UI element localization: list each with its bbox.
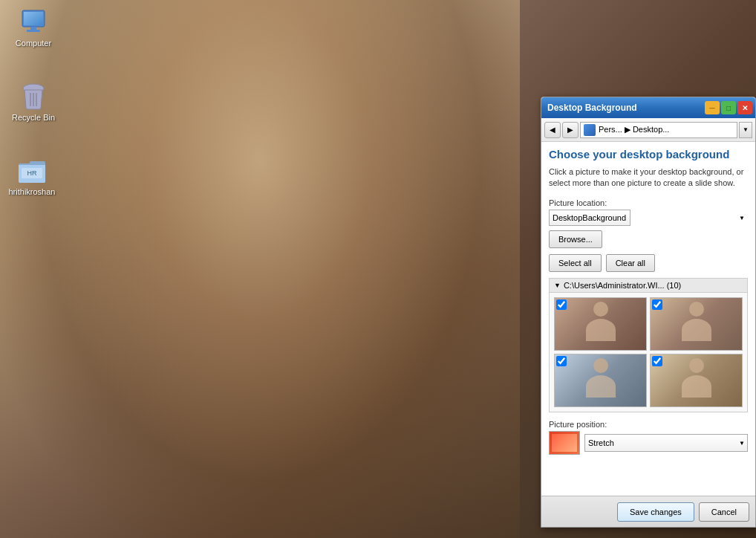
select-clear-row: Select all Clear all xyxy=(549,254,748,272)
desktop: Computer Recycle Bin HR hrithikroshan xyxy=(0,0,756,538)
folder-icon: HR xyxy=(17,156,47,186)
save-changes-button[interactable]: Save changes xyxy=(617,502,694,522)
computer-label: Computer xyxy=(16,39,51,48)
title-buttons: ─ □ ✕ xyxy=(705,101,752,114)
svg-rect-4 xyxy=(27,30,40,32)
desktop-background-dialog: Desktop Background ─ □ ✕ ◀ ▶ Pers... ▶ D… xyxy=(541,97,756,528)
thumbnail-4-checkbox[interactable] xyxy=(652,356,662,366)
folder-arrow: ▼ xyxy=(554,282,561,289)
nav-bar: ◀ ▶ Pers... ▶ Desktop... ▼ xyxy=(541,118,755,142)
thumbnail-1-checkbox[interactable] xyxy=(556,299,567,310)
svg-rect-3 xyxy=(30,27,36,30)
title-bar: Desktop Background ─ □ ✕ xyxy=(541,97,755,118)
thumbnail-2-checkbox[interactable] xyxy=(652,299,662,310)
computer-icon xyxy=(19,7,48,37)
desktop-icon-recycle[interactable]: Recycle Bin xyxy=(7,82,59,122)
thumbnail-3-checkbox[interactable] xyxy=(556,356,567,366)
browse-button[interactable]: Browse... xyxy=(549,230,602,248)
nav-path-text: Pers... ▶ Desktop... xyxy=(599,125,669,134)
thumbnail-3[interactable] xyxy=(554,354,647,407)
recycle-bin-icon xyxy=(19,82,48,111)
thumbnail-1-image xyxy=(555,298,646,350)
desktop-icon-computer[interactable]: Computer xyxy=(7,7,59,48)
nav-path: Pers... ▶ Desktop... xyxy=(580,122,737,138)
desktop-icon-hrithik[interactable]: HR hrithikroshan xyxy=(6,156,58,196)
wallpaper-overlay xyxy=(0,0,520,538)
thumbnail-2[interactable] xyxy=(650,297,743,351)
select-all-button[interactable]: Select all xyxy=(549,254,602,272)
clear-all-button[interactable]: Clear all xyxy=(606,254,655,272)
picture-location-label: Picture location: xyxy=(549,198,748,207)
minimize-button[interactable]: ─ xyxy=(705,101,720,114)
thumbnail-4[interactable] xyxy=(650,354,743,407)
folder-header: ▼ C:\Users\Administrator.WI... (10) xyxy=(550,279,747,293)
picture-location-wrapper: DesktopBackground xyxy=(549,210,748,226)
title-bar-text: Desktop Background xyxy=(547,103,637,113)
thumbnail-1[interactable] xyxy=(554,297,647,351)
position-select-wrapper: Stretch Fill Fit Tile Center xyxy=(584,434,748,452)
thumbnails-grid xyxy=(550,293,747,412)
picture-location-row: DesktopBackground xyxy=(549,210,748,226)
thumbnail-3-image xyxy=(555,354,646,406)
cancel-button[interactable]: Cancel xyxy=(699,502,749,522)
picture-position-label: Picture position: xyxy=(549,420,748,429)
thumbnail-2-image xyxy=(651,298,742,350)
thumbnail-4-image xyxy=(651,354,742,406)
folder-path: C:\Users\Administrator.WI... (10) xyxy=(564,281,681,290)
position-row: Stretch Fill Fit Tile Center xyxy=(549,431,748,455)
dialog-footer: Save changes Cancel xyxy=(541,496,755,527)
dialog-content: Choose your desktop background Click a p… xyxy=(541,142,755,496)
position-preview xyxy=(549,431,580,455)
maximize-button[interactable]: □ xyxy=(721,101,736,114)
picture-location-select[interactable]: DesktopBackground xyxy=(549,210,630,226)
dialog-heading: Choose your desktop background xyxy=(549,148,748,161)
back-button[interactable]: ◀ xyxy=(544,122,561,138)
forward-button[interactable]: ▶ xyxy=(562,122,579,138)
thumbnails-container: ▼ C:\Users\Administrator.WI... (10) xyxy=(549,278,748,412)
position-select[interactable]: Stretch Fill Fit Tile Center xyxy=(584,434,748,452)
picture-position-section: Picture position: Stretch Fill Fit Tile … xyxy=(549,420,748,455)
hrithik-label: hrithikroshan xyxy=(9,187,56,196)
nav-dropdown[interactable]: ▼ xyxy=(739,122,752,138)
svg-rect-2 xyxy=(24,12,43,25)
close-button[interactable]: ✕ xyxy=(737,101,752,114)
svg-text:HR: HR xyxy=(27,169,37,177)
dialog-description: Click a picture to make it your desktop … xyxy=(549,166,748,189)
recycle-label: Recycle Bin xyxy=(12,113,55,122)
nav-path-icon xyxy=(584,124,596,136)
